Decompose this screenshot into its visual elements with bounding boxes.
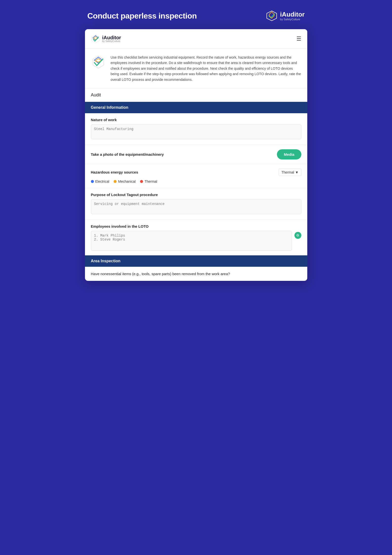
loto-purpose-input[interactable]: Servicing or equipment maintenance — [91, 199, 301, 214]
dropdown-chevron-icon: ▼ — [295, 170, 299, 174]
hazard-top: Hazardous energy sources Thermal ▼ — [91, 169, 301, 176]
hazard-selected: Thermal — [281, 170, 294, 174]
nature-of-work-input[interactable]: Steel Manufacturing — [91, 124, 301, 139]
employees-label: Employees involved in the LOTO — [91, 224, 301, 228]
loto-purpose-field: Purpose of Lockout Tagout procedure Serv… — [85, 188, 307, 220]
employees-input[interactable]: 1. Mark Philips 2. Steve Rogers — [91, 231, 292, 251]
hamburger-menu[interactable]: ☰ — [296, 36, 301, 42]
employees-field: Employees involved in the LOTO 1. Mark P… — [85, 220, 307, 255]
hazard-options: Electrical Mechanical Thermal — [91, 179, 301, 183]
thermal-label: Thermal — [144, 179, 157, 183]
header-logo-name: iAuditor — [280, 11, 305, 18]
mechanical-label: Mechanical — [118, 179, 136, 183]
page-title: Conduct paperless inspection — [87, 11, 197, 21]
header-logo-text: iAuditor by SafetyCulture — [280, 11, 305, 21]
area-question: Have nonessential items (e.g., tools, sp… — [85, 267, 307, 281]
header-logo: iAuditor by SafetyCulture — [266, 10, 305, 22]
header-logo-icon — [266, 10, 278, 22]
hazard-option-thermal[interactable]: Thermal — [140, 179, 157, 183]
general-info-header: General Information — [85, 102, 307, 113]
header-logo-by: by SafetyCulture — [280, 18, 305, 21]
hazard-option-mechanical[interactable]: Mechanical — [114, 179, 136, 183]
hazard-label: Hazardous energy sources — [91, 170, 138, 174]
description-section: Use this checklist before servicing indu… — [85, 49, 307, 89]
thermal-dot — [140, 180, 143, 183]
svg-marker-0 — [267, 11, 277, 21]
card-logo-name: iAuditor — [102, 35, 121, 40]
mechanical-dot — [114, 180, 117, 183]
employees-inner: 1. Mark Philips 2. Steve Rogers G — [91, 231, 301, 251]
card-logo-sub: by SafetyCulture — [102, 40, 121, 43]
audit-label: Audit — [85, 89, 307, 102]
card-logo-icon — [91, 34, 100, 44]
card-logo: iAuditor by SafetyCulture — [91, 34, 121, 44]
card-header: iAuditor by SafetyCulture ☰ — [85, 29, 307, 49]
media-label: Take a photo of the equipment/machinery — [91, 152, 164, 156]
area-inspection-header: Area Inspection — [85, 255, 307, 267]
electrical-dot — [91, 180, 94, 183]
description-text: Use this checklist before servicing indu… — [111, 55, 301, 82]
nature-of-work-label: Nature of work — [91, 118, 301, 122]
loto-purpose-label: Purpose of Lockout Tagout procedure — [91, 193, 301, 197]
hazard-dropdown[interactable]: Thermal ▼ — [279, 169, 301, 176]
card-logo-text-wrap: iAuditor by SafetyCulture — [102, 35, 121, 43]
main-card: iAuditor by SafetyCulture ☰ Use this che… — [85, 29, 307, 281]
hazardous-field: Hazardous energy sources Thermal ▼ Elect… — [85, 164, 307, 188]
nature-of-work-field: Nature of work Steel Manufacturing — [85, 113, 307, 145]
description-logo-icon — [91, 55, 106, 69]
electrical-label: Electrical — [95, 179, 109, 183]
media-field: Take a photo of the equipment/machinery … — [85, 145, 307, 164]
grammar-check-icon: G — [294, 232, 301, 239]
media-button[interactable]: Media — [277, 149, 301, 159]
hazard-option-electrical[interactable]: Electrical — [91, 179, 109, 183]
page-header: Conduct paperless inspection iAuditor by… — [85, 10, 307, 22]
